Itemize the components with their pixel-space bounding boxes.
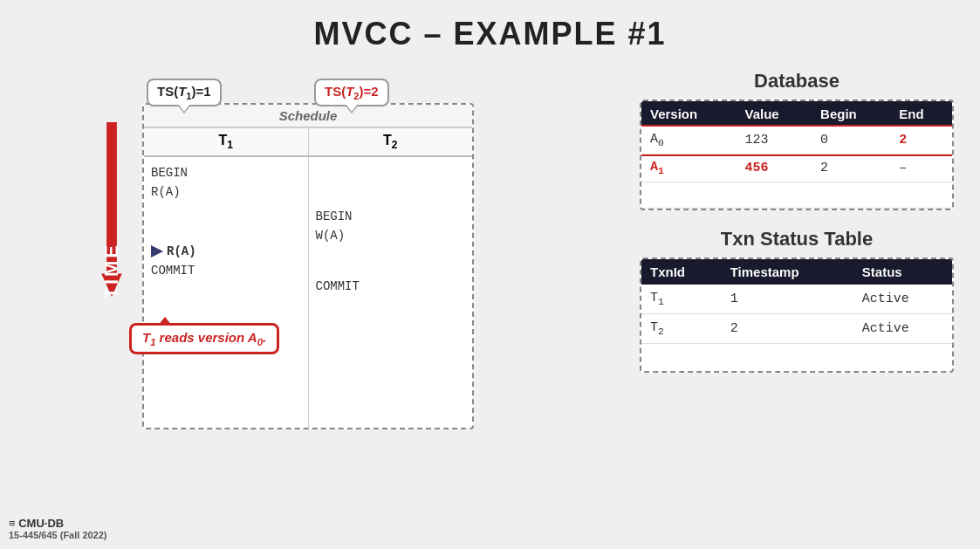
t2-wa: W(A) [316,229,466,243]
t2-spacer2 [316,248,466,274]
db-row-a1: A1 456 2 – [641,154,952,182]
schedule-label: Schedule [144,108,472,123]
db-col-value: Value [737,101,812,127]
db-cell-version-a0: A0 [641,127,737,154]
database-table: Version Value Begin End A0 123 0 2 [641,101,952,209]
txn-container: TxnId Timestamp Status T1 1 Active T2 2 … [640,257,954,373]
txn-cell-status-t1: Active [853,285,952,314]
txn-title: Txn Status Table [640,228,954,250]
schedule-container: Schedule T1 T2 BEGIN R(A) R(A) COMMIT BE… [142,103,474,429]
db-col-begin: Begin [812,101,890,127]
t1-commit: COMMIT [151,264,301,278]
db-cell-end-a0: 2 [890,127,952,154]
schedule-header: Schedule [144,105,472,128]
txn-col-timestamp: Timestamp [722,259,853,285]
ts2-callout: TS(T2)=2 [314,79,389,106]
time-arrow: TIME [94,122,129,297]
txn-cell-txnid-t2: T2 [641,314,722,344]
page-title: MVCC – EXAMPLE #1 [0,0,980,52]
time-label: TIME [100,243,123,299]
t1reads-callout: T1 reads version A0. [129,323,279,354]
page: MVCC – EXAMPLE #1 TIME TS(T1)=1 TS(T2)=2… [0,0,980,549]
db-cell-empty1 [641,182,737,209]
col2-header: T2 [309,128,473,155]
db-cell-empty2 [737,182,812,209]
t2-commit: COMMIT [316,279,466,293]
t2-column: BEGIN W(A) COMMIT [309,157,473,428]
db-col-end: End [890,101,952,127]
schedule-body: BEGIN R(A) R(A) COMMIT BEGIN W(A) COMMIT [144,157,472,428]
t1-column: BEGIN R(A) R(A) COMMIT [144,157,309,428]
txn-col-txnid: TxnId [641,259,722,285]
t1-ra1: R(A) [151,185,301,199]
ts1-label: TS(T1)=1 [157,84,211,99]
txn-table: TxnId Timestamp Status T1 1 Active T2 2 … [641,259,952,371]
txn-row-empty [641,344,952,372]
right-section: Database Version Value Begin End A0 123 [640,70,954,373]
database-title: Database [640,70,954,93]
db-cell-end-a1: – [890,154,952,182]
t2-spacer1 [316,166,466,204]
db-cell-empty4 [890,182,952,209]
logo-main: ≡ CMU·DB [9,517,107,530]
db-header-row: Version Value Begin End [641,101,952,127]
ts1-callout: TS(T1)=1 [147,79,222,106]
txn-cell-status-t2: Active [853,314,952,344]
t2-begin: BEGIN [316,209,466,223]
t1-begin: BEGIN [151,166,301,180]
t1reads-label: T1 reads version A0. [142,330,266,345]
ts2-label: TS(T2)=2 [325,84,379,99]
t1-ra2: R(A) [151,244,301,258]
txn-row-t1: T1 1 Active [641,285,952,314]
txn-cell-ts-t1: 1 [722,285,853,314]
col1-header: T1 [144,128,309,155]
db-col-version: Version [641,101,737,127]
database-container: Version Value Begin End A0 123 0 2 [640,100,954,210]
db-cell-value-a1: 456 [737,154,812,182]
db-cell-version-a1: A1 [641,154,737,182]
txn-cell-txnid-t1: T1 [641,285,722,314]
txn-col-status: Status [853,259,952,285]
txn-cell-empty2 [722,344,853,372]
db-cell-empty3 [812,182,890,209]
txn-row-t2: T2 2 Active [641,314,952,344]
txn-cell-empty3 [853,344,952,372]
arrow-icon [151,245,163,257]
db-cell-begin-a0: 0 [812,127,890,154]
db-cell-value-a0: 123 [737,127,812,154]
txn-header-row: TxnId Timestamp Status [641,259,952,285]
txn-cell-ts-t2: 2 [722,314,853,344]
txn-cell-empty1 [641,344,722,372]
cmudb-logo: ≡ CMU·DB 15-445/645 (Fall 2022) [9,517,107,540]
t1-spacer [151,204,301,239]
db-cell-begin-a1: 2 [812,154,890,182]
db-row-a0: A0 123 0 2 [641,127,952,154]
logo-sub: 15-445/645 (Fall 2022) [9,530,107,540]
db-row-empty [641,182,952,209]
